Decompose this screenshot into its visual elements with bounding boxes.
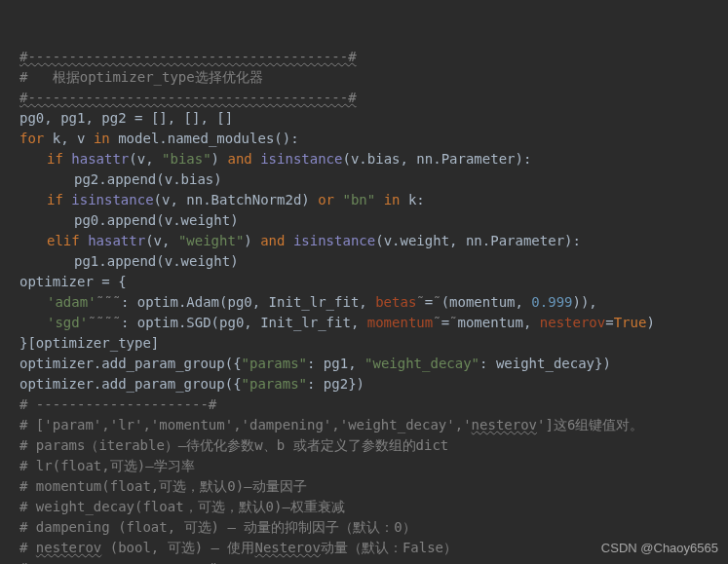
code-token: , bbox=[244, 315, 260, 330]
code-token: pg0.append(v.weight) bbox=[74, 212, 239, 228]
code-token: (v.bias, nn.Parameter): bbox=[342, 151, 531, 167]
code-token: = bbox=[605, 315, 613, 330]
code-token: # ['param','lr','momentum','dampening','… bbox=[19, 417, 472, 432]
code-line: optimizer = { bbox=[19, 272, 728, 292]
code-token: = [], [], [] bbox=[134, 110, 233, 126]
code-token: 0.999 bbox=[531, 294, 572, 310]
code-token: : weight_decay}) bbox=[479, 356, 611, 371]
code-token: 动量（默认：False） bbox=[321, 540, 457, 555]
code-token: 'adam' bbox=[47, 294, 96, 310]
code-line: pg0, pg1, pg2 = [], [], [] bbox=[19, 108, 728, 129]
code-token: ) bbox=[646, 315, 654, 330]
code-token: and bbox=[260, 233, 293, 248]
code-line: # ---------------------# bbox=[19, 395, 728, 415]
code-line: #---------------------------------------… bbox=[19, 47, 728, 67]
code-token: betas bbox=[375, 294, 416, 310]
code-token: , bbox=[523, 315, 540, 330]
code-token: for bbox=[19, 131, 53, 146]
code-line: # params（iterable）–待优化参数w、b 或者定义了参数组的dic… bbox=[19, 435, 728, 456]
code-token: # params（iterable）–待优化参数w、b 或者定义了参数组的dic… bbox=[19, 437, 448, 453]
code-token: ˜ bbox=[416, 294, 424, 310]
code-line: # momentum(float,可选，默认0)–动量因子 bbox=[19, 476, 728, 497]
code-token: (v.weight, nn.Parameter): bbox=[375, 233, 581, 248]
code-token: isinstance bbox=[293, 233, 375, 248]
code-line: }[optimizer_type] bbox=[19, 333, 728, 354]
code-token: # weight_decay(float，可选，默认0)–权重衰减 bbox=[19, 499, 345, 514]
code-editor[interactable]: #---------------------------------------… bbox=[0, 0, 728, 564]
code-token: )), bbox=[573, 294, 597, 310]
code-token: "params" bbox=[242, 356, 307, 371]
code-token: : pg1, bbox=[307, 356, 364, 371]
code-token: # momentum(float,可选，默认0)–动量因子 bbox=[19, 478, 307, 494]
code-token: hasattr bbox=[71, 151, 129, 167]
code-token bbox=[375, 192, 383, 207]
code-token: k: bbox=[408, 192, 425, 207]
code-token: elif bbox=[47, 233, 88, 248]
code-token: "weight" bbox=[178, 233, 244, 248]
code-token: nesterov bbox=[472, 417, 537, 432]
code-token: : optim.SGD(pg0 bbox=[121, 315, 244, 330]
code-token: , bbox=[60, 131, 77, 146]
code-token: ˜ bbox=[433, 294, 441, 310]
code-token: ']这6组键值对。 bbox=[537, 417, 643, 432]
code-content: #---------------------------------------… bbox=[19, 47, 728, 564]
code-token: isinstance bbox=[71, 192, 153, 207]
code-line: optimizer.add_param_group({"params": pg2… bbox=[19, 374, 728, 395]
code-token: nesterov bbox=[540, 315, 605, 330]
code-token: , bbox=[85, 110, 101, 126]
code-token: Init_lr_fit bbox=[269, 294, 360, 310]
code-token: , bbox=[44, 110, 60, 126]
code-token: # 根据optimizer_type选择优化器 bbox=[19, 69, 263, 85]
code-token: # dampening (float, 可选) – 动量的抑制因子（默认：0） bbox=[19, 519, 416, 535]
code-token: , bbox=[252, 294, 269, 310]
code-token: if bbox=[47, 151, 71, 167]
code-token: nesterov bbox=[36, 540, 101, 555]
code-line: pg2.append(v.bias) bbox=[19, 169, 728, 190]
code-token: ˜ bbox=[433, 315, 441, 330]
code-line: # nesterov (bool, 可选) – 使用Nesterov动量（默认：… bbox=[19, 538, 728, 558]
code-line: #---------------------------------------… bbox=[19, 88, 728, 108]
code-line: # dampening (float, 可选) – 动量的抑制因子（默认：0） bbox=[19, 517, 728, 538]
code-token: model.named_modules(): bbox=[118, 131, 298, 146]
code-token: # ---------------------# bbox=[19, 396, 216, 412]
code-line: 'adam'˜˜˜: optim.Adam(pg0, Init_lr_fit, … bbox=[19, 292, 728, 313]
code-line: elif hasattr(v, "weight") and isinstance… bbox=[19, 231, 728, 251]
code-token: momentum bbox=[367, 315, 433, 330]
code-token: hasattr bbox=[88, 233, 145, 248]
code-line: for k, v in model.named_modules(): bbox=[19, 129, 728, 149]
code-line: # ['param','lr','momentum','dampening','… bbox=[19, 415, 728, 435]
code-token: = bbox=[441, 315, 449, 330]
code-token: ) bbox=[244, 233, 260, 248]
code-token: Nesterov bbox=[254, 540, 320, 555]
code-token: #---------------------------------------… bbox=[19, 90, 357, 105]
code-token: 'sgd' bbox=[47, 315, 88, 330]
code-token: ˜ bbox=[449, 315, 457, 330]
code-line: # weight_decay(float，可选，默认0)–权重衰减 bbox=[19, 497, 728, 517]
code-token: or bbox=[318, 192, 342, 207]
code-token: momentum bbox=[458, 315, 523, 330]
code-token: (v, bbox=[145, 233, 178, 248]
code-token: # lr(float,可选)–学习率 bbox=[19, 458, 195, 473]
code-token: isinstance bbox=[260, 151, 342, 167]
code-token: , bbox=[351, 315, 367, 330]
code-token: ˜˜˜˜ bbox=[88, 315, 121, 330]
code-token: (v, bbox=[129, 151, 162, 167]
code-token: , bbox=[359, 294, 375, 310]
code-line: if isinstance(v, nn.BatchNorm2d) or "bn"… bbox=[19, 190, 728, 210]
code-token: "weight_decay" bbox=[364, 356, 479, 371]
code-token: }[optimizer_type] bbox=[19, 335, 159, 351]
code-line: pg0.append(v.weight) bbox=[19, 210, 728, 231]
code-line: optimizer.add_param_group({"params": pg1… bbox=[19, 354, 728, 374]
code-token: k bbox=[53, 131, 60, 146]
code-token: ˜˜˜ bbox=[96, 294, 121, 310]
code-token: "bias" bbox=[162, 151, 211, 167]
code-token: optimizer bbox=[19, 274, 101, 289]
code-token: and bbox=[227, 151, 260, 167]
code-token: in bbox=[94, 131, 118, 146]
code-token: v bbox=[77, 131, 94, 146]
code-token: : optim.Adam(pg0 bbox=[121, 294, 252, 310]
code-line: # 根据optimizer_type选择优化器 bbox=[19, 67, 728, 88]
code-token: Init_lr_fit bbox=[260, 315, 351, 330]
code-token: = bbox=[425, 294, 433, 310]
code-line: pg1.append(v.weight) bbox=[19, 251, 728, 272]
